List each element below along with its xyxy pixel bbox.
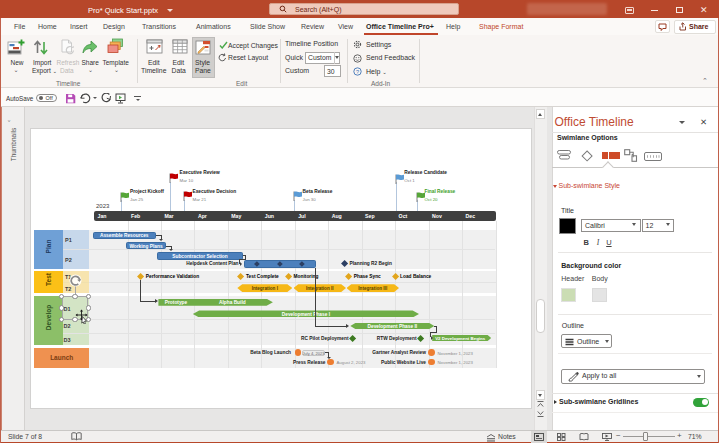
svg-text:?: ? bbox=[356, 69, 359, 75]
